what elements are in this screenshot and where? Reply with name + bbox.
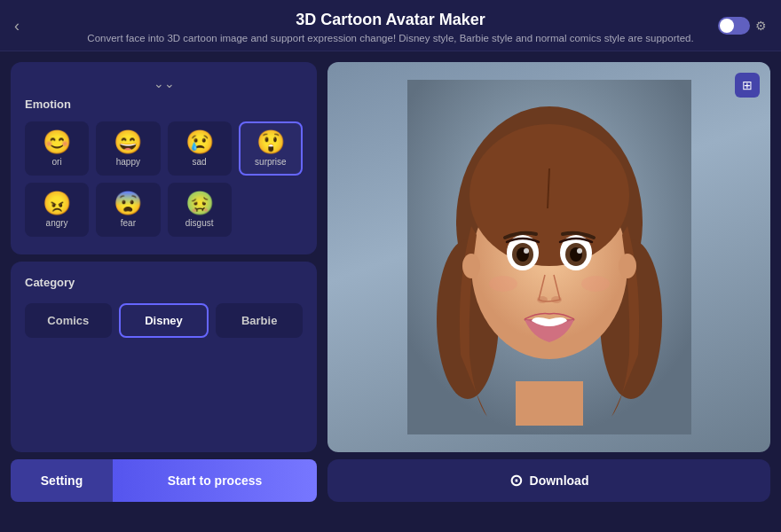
- bottom-actions: Setting Start to process: [11, 459, 317, 502]
- emotion-card: ⌄⌄ Emotion 😊 ori 😄 happy 😢 sad 😲 surpris…: [11, 62, 317, 254]
- emotion-section-title: Emotion: [25, 98, 303, 111]
- emotion-item-surprise[interactable]: 😲 surprise: [239, 121, 303, 176]
- category-buttons: ComicsDisneyBarbie: [25, 303, 303, 338]
- svg-point-20: [581, 276, 610, 292]
- svg-point-15: [524, 248, 529, 254]
- cartoon-avatar-svg: [407, 80, 691, 434]
- main-content: ⌄⌄ Emotion 😊 ori 😄 happy 😢 sad 😲 surpris…: [0, 51, 781, 512]
- cartoon-face-bg: [327, 62, 770, 452]
- emotion-emoji-ori: 😊: [43, 130, 71, 153]
- back-button[interactable]: ‹: [14, 16, 20, 35]
- side-panel-icon[interactable]: ⊞: [735, 73, 760, 98]
- emotion-item-ori[interactable]: 😊 ori: [25, 121, 89, 176]
- svg-point-7: [469, 124, 629, 266]
- avatar-display: ⊞: [327, 62, 770, 452]
- setting-button[interactable]: Setting: [11, 459, 113, 502]
- header-toggle-area: ⚙: [718, 17, 767, 35]
- category-card: Category ComicsDisneyBarbie: [11, 262, 317, 452]
- left-panel: ⌄⌄ Emotion 😊 ori 😄 happy 😢 sad 😲 surpris…: [11, 62, 317, 502]
- svg-rect-2: [516, 381, 583, 426]
- category-button-comics[interactable]: Comics: [25, 303, 112, 338]
- emotion-emoji-surprise: 😲: [256, 130, 285, 153]
- emotion-item-disgust[interactable]: 🤢 disgust: [168, 183, 232, 237]
- emotion-label-sad: sad: [193, 157, 207, 167]
- process-button[interactable]: Start to process: [113, 459, 317, 502]
- gear-icon[interactable]: ⚙: [755, 19, 767, 33]
- emotion-grid: 😊 ori 😄 happy 😢 sad 😲 surprise 😠 angry 😨…: [25, 121, 303, 237]
- right-panel: ⊞ ⊙ Download: [327, 62, 770, 502]
- emotion-label-happy: happy: [116, 157, 140, 167]
- collapse-button[interactable]: ⌄⌄: [25, 76, 303, 90]
- emotion-emoji-disgust: 🤢: [185, 192, 214, 215]
- category-button-disney[interactable]: Disney: [119, 303, 209, 338]
- emotion-item-sad[interactable]: 😢 sad: [168, 121, 232, 176]
- emotion-emoji-fear: 😨: [114, 192, 142, 215]
- emotion-item-angry[interactable]: 😠 angry: [25, 183, 89, 237]
- dark-mode-toggle[interactable]: [718, 17, 750, 35]
- emotion-label-angry: angry: [46, 218, 68, 228]
- emotion-label-ori: ori: [52, 157, 62, 167]
- svg-point-22: [619, 254, 636, 278]
- toggle-knob: [720, 19, 734, 33]
- svg-point-16: [577, 248, 582, 254]
- download-bar[interactable]: ⊙ Download: [327, 459, 770, 502]
- emotion-label-fear: fear: [121, 218, 136, 228]
- app-header: ‹ 3D Cartoon Avatar Maker Convert face i…: [0, 0, 781, 51]
- download-icon: ⊙: [509, 471, 523, 490]
- svg-point-17: [537, 296, 548, 303]
- emotion-emoji-sad: 😢: [185, 130, 214, 153]
- emotion-item-fear[interactable]: 😨 fear: [96, 183, 160, 237]
- emotion-label-disgust: disgust: [185, 218, 214, 228]
- svg-point-18: [551, 296, 562, 303]
- app-title: 3D Cartoon Avatar Maker: [18, 11, 763, 29]
- app-subtitle: Convert face into 3D cartoon image and s…: [18, 33, 763, 43]
- download-label: Download: [530, 473, 589, 488]
- emotion-label-surprise: surprise: [255, 157, 287, 167]
- svg-point-19: [489, 276, 517, 292]
- emotion-emoji-happy: 😄: [114, 130, 142, 153]
- category-button-barbie[interactable]: Barbie: [216, 303, 303, 338]
- emotion-item-happy[interactable]: 😄 happy: [96, 121, 160, 176]
- svg-point-21: [462, 254, 480, 278]
- emotion-emoji-angry: 😠: [43, 192, 71, 215]
- category-section-title: Category: [25, 276, 303, 289]
